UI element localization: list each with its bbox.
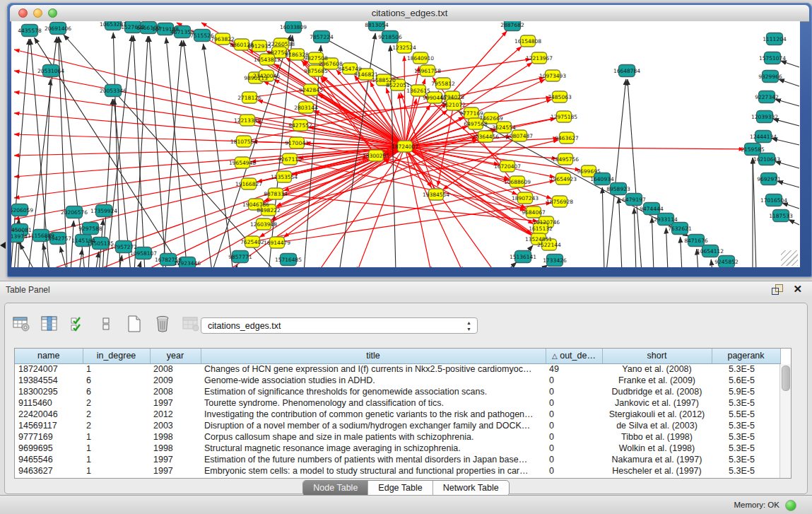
table-cell[interactable]: 5.3E-5 [712,431,780,443]
table-cell[interactable]: 1997 [150,465,201,477]
table-cell[interactable]: Estimation of significance thresholds fo… [201,386,546,397]
table-row[interactable]: 1872400712008Changes of HCN gene express… [15,363,780,375]
column-chooser-icon[interactable] [39,314,60,334]
table-cell[interactable]: Dudbridge et al. (2008) [602,386,712,397]
column-header[interactable]: in_degree [83,349,150,363]
window-titlebar[interactable]: citations_edges.txt [10,5,809,22]
tab-edge-table[interactable]: Edge Table [368,481,433,496]
table-cell[interactable]: de Silva et al. (2003) [602,420,712,431]
table-row[interactable]: 946554611997Estimation of the future num… [15,454,780,465]
table-cell[interactable]: 49 [546,363,602,375]
table-cell[interactable]: 2008 [150,386,201,397]
table-settings-icon[interactable] [11,314,32,334]
table-cell[interactable]: Tibbo et al. (1998) [602,431,712,443]
table-cell[interactable]: Genome-wide association studies in ADHD. [201,375,546,386]
table-cell[interactable]: 0 [546,409,602,420]
delete-column-icon[interactable] [152,314,173,334]
table-row[interactable]: 946362711997Embryonic stem cells: a mode… [15,465,780,477]
create-column-icon[interactable] [124,314,145,334]
network-graph[interactable]: 1872400779638228860128891293522260538982… [11,21,800,267]
table-cell[interactable]: 2008 [150,363,201,375]
table-scrollbar[interactable] [779,364,791,478]
table-cell[interactable]: 1997 [150,397,201,409]
table-row[interactable]: 911546021997Tourette syndrome. Phenomeno… [15,397,780,409]
table-cell[interactable]: Jankovic et al. (1997) [602,397,712,409]
network-canvas[interactable]: 1872400779638228860128891293522260538982… [11,21,800,267]
table-cell[interactable]: Structural magnetic resonance image aver… [201,443,546,454]
table-cell[interactable]: Franke et al. (2009) [602,375,712,386]
table-cell[interactable]: 0 [546,443,602,454]
table-cell[interactable]: 22420046 [15,409,83,420]
table-cell[interactable]: Embryonic stem cells: a model to study s… [201,465,546,477]
table-cell[interactable]: 2 [83,397,150,409]
table-cell[interactable]: 5.3E-5 [712,363,780,375]
table-cell[interactable]: 14569117 [15,420,83,431]
table-cell[interactable]: 5.3E-5 [712,454,780,465]
column-header[interactable]: name [15,349,83,363]
table-cell[interactable]: 5.3E-5 [712,420,780,431]
table-cell[interactable]: 0 [546,454,602,465]
table-row[interactable]: 969969511998Structural magnetic resonanc… [15,443,780,454]
table-cell[interactable]: 5.6E-5 [712,375,780,386]
column-header[interactable]: pagerank [712,349,780,363]
table-cell[interactable]: 18300295 [15,386,83,397]
collapse-panel-arrow-icon[interactable] [0,242,6,249]
table-cell[interactable]: 2012 [150,409,201,420]
table-cell[interactable]: 18724007 [15,363,83,375]
table-cell[interactable]: 5.9E-5 [712,386,780,397]
tab-node-table[interactable]: Node Table [303,481,368,496]
table-cell[interactable]: 2 [83,409,150,420]
float-panel-icon[interactable] [772,284,782,295]
table-cell[interactable]: Hescheler et al. (1997) [602,465,712,477]
table-cell[interactable]: 1 [83,454,150,465]
table-cell[interactable]: 9463627 [15,465,83,477]
column-header[interactable]: year [150,349,201,363]
row-height-icon[interactable] [95,314,117,334]
select-columns-icon[interactable] [67,314,88,334]
table-cell[interactable]: 2003 [150,420,201,431]
resize-grip-icon[interactable] [781,250,798,266]
table-row[interactable]: 1830029562008Estimation of significance … [15,386,780,397]
table-cell[interactable]: 19384554 [15,375,83,386]
table-cell[interactable]: Investigating the contribution of common… [201,409,546,420]
table-cell[interactable]: 1998 [150,443,201,454]
table-cell[interactable]: 2009 [150,375,201,386]
table-cell[interactable]: Stergiakouli et al. (2012) [602,409,712,420]
table-cell[interactable]: 6 [83,375,150,386]
scrollbar-thumb[interactable] [782,366,790,391]
table-cell[interactable]: 6 [83,386,150,397]
table-cell[interactable]: 9465546 [15,454,83,465]
table-cell[interactable]: 1 [83,465,150,477]
table-cell[interactable]: 9699695 [15,443,83,454]
table-source-select[interactable]: citations_edges.txt ▲▼ [201,317,478,334]
table-cell[interactable]: Wolkin et al. (1998) [602,443,712,454]
table-cell[interactable]: 0 [546,397,602,409]
table-cell[interactable]: 5.5E-5 [712,409,780,420]
table-cell[interactable]: Yano et al. (2008) [602,363,712,375]
table-cell[interactable]: 1 [83,363,150,375]
close-panel-icon[interactable]: ✕ [793,283,802,296]
table-cell[interactable]: 0 [546,375,602,386]
table-cell[interactable]: Corpus callosum shape and size in male p… [201,431,546,443]
table-cell[interactable]: 0 [546,465,602,477]
table-cell[interactable]: 1 [83,431,150,443]
table-cell[interactable]: Estimation of the future numbers of pati… [201,454,546,465]
table-row[interactable]: 1456911722003Disruption of a novel membe… [15,420,780,431]
table-cell[interactable]: Changes of HCN gene expression and I(f) … [201,363,546,375]
table-row[interactable]: 2242004622012Investigating the contribut… [15,409,780,420]
tab-network-table[interactable]: Network Table [433,481,509,496]
table-cell[interactable]: 1 [83,443,150,454]
column-header[interactable]: short [602,349,712,363]
column-header[interactable]: title [201,349,546,363]
table-cell[interactable]: 5.3E-5 [712,397,780,409]
table-cell[interactable]: 9115460 [15,397,83,409]
table-cell[interactable]: 0 [546,420,602,431]
table-cell[interactable]: Nakamura et al. (1997) [602,454,712,465]
table-row[interactable]: 1938455462009Genome-wide association stu… [15,375,780,386]
table-cell[interactable]: 5.3E-5 [712,465,780,477]
table-row[interactable]: 977716911998Corpus callosum shape and si… [15,431,780,443]
table-cell[interactable]: Disruption of a novel member of a sodium… [201,420,546,431]
table-cell[interactable]: 1997 [150,454,201,465]
table-cell[interactable]: 2 [83,420,150,431]
table-cell[interactable]: 0 [546,386,602,397]
